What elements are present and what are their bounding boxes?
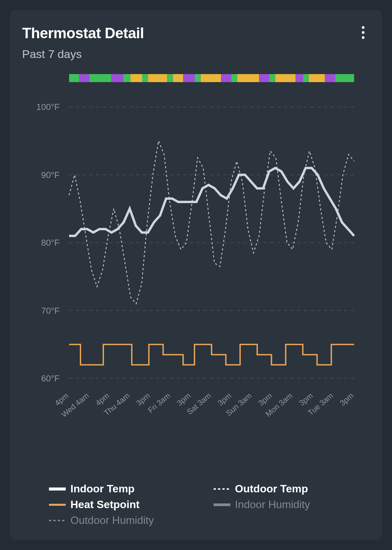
- legend-label: Outdoor Temp: [235, 483, 308, 495]
- svg-rect-5: [130, 74, 142, 82]
- svg-rect-1: [79, 74, 90, 82]
- svg-rect-2: [90, 74, 111, 82]
- svg-rect-11: [195, 74, 201, 82]
- chart-area[interactable]: 60°F70°F80°F90°F100°F4pmWed 4am4pmThu 4a…: [22, 70, 370, 473]
- svg-text:4pm: 4pm: [53, 391, 70, 408]
- card-header: Thermostat Detail Past 7 days: [22, 25, 370, 61]
- svg-text:3pm: 3pm: [134, 391, 152, 408]
- chart-legend: Indoor Temp Outdoor Temp Heat Setpoint I…: [22, 483, 370, 527]
- svg-rect-14: [231, 74, 237, 82]
- svg-rect-17: [269, 74, 275, 82]
- svg-rect-8: [167, 74, 173, 82]
- svg-rect-6: [142, 74, 148, 82]
- line-solid-thick-icon: [49, 484, 66, 494]
- legend-outdoor-humidity[interactable]: Outdoor Humidity: [49, 514, 206, 527]
- svg-text:70°F: 70°F: [41, 306, 60, 316]
- card-title: Thermostat Detail: [22, 25, 144, 42]
- svg-text:80°F: 80°F: [41, 238, 60, 248]
- svg-rect-16: [259, 74, 270, 82]
- thermostat-card: Thermostat Detail Past 7 days 60°F70°F80…: [10, 10, 382, 540]
- more-menu-button[interactable]: [356, 25, 370, 40]
- svg-text:100°F: 100°F: [36, 102, 60, 112]
- legend-indoor-temp[interactable]: Indoor Temp: [49, 483, 206, 495]
- svg-text:3pm: 3pm: [216, 391, 233, 408]
- svg-rect-9: [173, 74, 183, 82]
- svg-text:4pm: 4pm: [94, 391, 111, 408]
- line-solid-dim-icon: [214, 500, 230, 509]
- line-dashed-icon: [214, 484, 230, 494]
- svg-rect-10: [183, 74, 195, 82]
- svg-rect-19: [296, 74, 303, 82]
- legend-label: Outdoor Humidity: [70, 514, 154, 527]
- svg-text:Fri 3am: Fri 3am: [146, 391, 172, 415]
- svg-rect-0: [69, 74, 79, 82]
- card-subtitle: Past 7 days: [22, 48, 144, 61]
- svg-rect-4: [123, 74, 130, 82]
- legend-outdoor-temp[interactable]: Outdoor Temp: [214, 483, 370, 495]
- svg-text:3pm: 3pm: [175, 391, 192, 408]
- svg-text:3pm: 3pm: [338, 391, 355, 408]
- svg-text:3pm: 3pm: [297, 391, 315, 408]
- svg-rect-20: [303, 74, 309, 82]
- svg-rect-15: [237, 74, 259, 82]
- svg-rect-3: [111, 74, 123, 82]
- legend-label: Indoor Temp: [70, 483, 134, 495]
- legend-heat-setpoint[interactable]: Heat Setpoint: [49, 498, 206, 511]
- svg-rect-22: [325, 74, 335, 82]
- svg-rect-7: [148, 74, 167, 82]
- svg-rect-13: [221, 74, 231, 82]
- line-dashed-dim-icon: [49, 516, 66, 525]
- chart-svg: 60°F70°F80°F90°F100°F4pmWed 4am4pmThu 4a…: [22, 70, 357, 425]
- svg-text:90°F: 90°F: [41, 170, 60, 180]
- line-solid-icon: [49, 500, 66, 509]
- legend-indoor-humidity[interactable]: Indoor Humidity: [214, 498, 370, 511]
- dots-vertical-icon: [362, 26, 365, 29]
- legend-label: Indoor Humidity: [235, 498, 310, 511]
- legend-label: Heat Setpoint: [70, 498, 139, 511]
- svg-text:60°F: 60°F: [41, 373, 60, 383]
- svg-text:3pm: 3pm: [257, 391, 274, 408]
- svg-rect-23: [335, 74, 354, 82]
- svg-rect-12: [201, 74, 221, 82]
- svg-rect-21: [309, 74, 325, 82]
- svg-rect-18: [275, 74, 296, 82]
